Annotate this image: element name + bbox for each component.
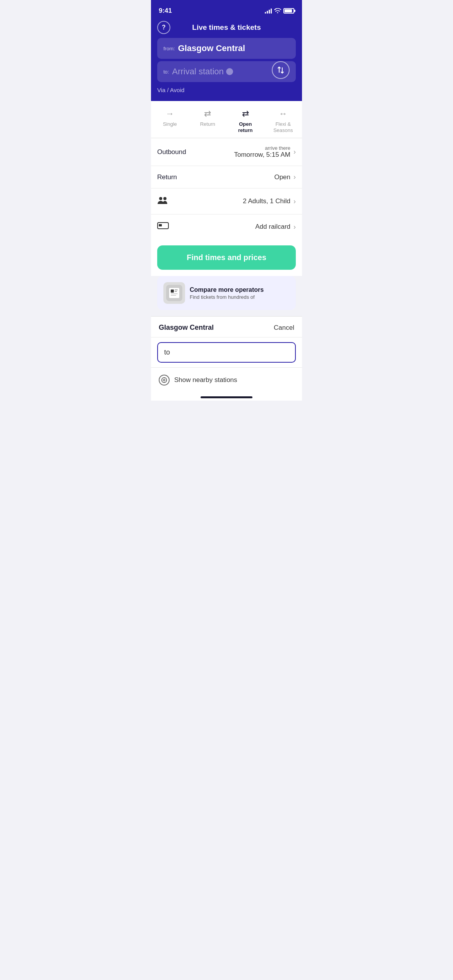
passengers-value: 2 Adults, 1 Child	[243, 197, 290, 205]
signal-icon	[265, 8, 272, 14]
return-value: Open	[274, 173, 290, 181]
railcard-chevron-icon: ›	[293, 223, 296, 231]
to-label: to:	[163, 69, 169, 75]
open-return-label: Open return	[231, 121, 260, 133]
svg-rect-7	[175, 290, 178, 290]
tab-open-return[interactable]: ⇄ Open return	[226, 107, 264, 135]
location-icon	[159, 375, 170, 385]
outbound-chevron-icon: ›	[293, 148, 296, 156]
from-station-row[interactable]: from: Glasgow Central	[157, 38, 296, 59]
svg-rect-8	[175, 291, 177, 292]
home-bar	[201, 396, 252, 398]
svg-rect-10	[171, 295, 176, 296]
from-value: Glasgow Central	[178, 43, 245, 53]
svg-rect-6	[171, 290, 174, 293]
nearby-label: Show nearby stations	[174, 376, 237, 384]
destination-search-input[interactable]	[157, 342, 296, 363]
status-time: 9:41	[159, 7, 172, 15]
status-bar: 9:41	[151, 0, 302, 19]
svg-point-0	[159, 197, 162, 200]
compare-operators-card[interactable]: Compare more operators Find tickets from…	[157, 276, 296, 310]
flexi-icon: ↔	[279, 109, 287, 119]
outbound-label: Outbound	[157, 148, 186, 156]
flexi-label: Flexi & Seasons	[269, 121, 298, 133]
railcard-value: Add railcard	[255, 223, 290, 231]
return-chevron-icon: ›	[293, 173, 296, 181]
wifi-icon	[274, 8, 281, 14]
find-times-button[interactable]: Find times and prices	[157, 245, 296, 270]
content-bg: Compare more operators Find tickets from…	[151, 276, 302, 310]
tab-return[interactable]: ⇄ Return	[189, 107, 227, 135]
return-label: Return	[157, 173, 177, 181]
compare-subtitle: Find tickets from hundreds of	[190, 294, 264, 300]
status-icons	[265, 8, 294, 14]
return-icon: ⇄	[204, 109, 211, 119]
app-header: ? Live times & tickets	[151, 19, 302, 38]
cursor-indicator	[226, 68, 233, 75]
station-rows-wrapper: from: Glasgow Central to: Arrival statio…	[157, 38, 296, 82]
find-button-wrapper: Find times and prices	[151, 239, 302, 276]
via-avoid-link[interactable]: Via / Avoid	[157, 84, 184, 95]
svg-rect-5	[169, 288, 179, 298]
open-return-icon: ⇄	[242, 109, 249, 119]
to-placeholder: Arrival station	[172, 67, 233, 77]
railcard-icon	[157, 221, 169, 232]
return-label: Return	[200, 121, 215, 127]
help-button[interactable]: ?	[157, 21, 170, 34]
options-section: Outbound arrive there Tomorrow, 5:15 AM …	[151, 138, 302, 239]
passengers-icon	[157, 195, 168, 207]
bottom-sheet-header: Glasgow Central Cancel	[151, 317, 302, 338]
search-input-wrapper	[151, 338, 302, 368]
outbound-date: Tomorrow, 5:15 AM	[234, 151, 290, 159]
from-label: from:	[163, 46, 175, 51]
passengers-chevron-icon: ›	[293, 197, 296, 206]
svg-point-12	[163, 379, 165, 381]
single-icon: →	[166, 109, 174, 119]
outbound-value-group: arrive there Tomorrow, 5:15 AM ›	[234, 145, 296, 159]
compare-icon	[163, 282, 185, 304]
cancel-button[interactable]: Cancel	[274, 324, 294, 332]
compare-text: Compare more operators Find tickets from…	[190, 286, 264, 300]
bottom-sheet: Glasgow Central Cancel Show nearby stati…	[151, 316, 302, 392]
passengers-value-group: 2 Adults, 1 Child ›	[243, 197, 296, 206]
compare-title: Compare more operators	[190, 286, 264, 293]
outbound-sub: arrive there	[234, 145, 290, 151]
return-value-group: Open ›	[274, 173, 296, 181]
railcard-value-group: Add railcard ›	[255, 223, 296, 231]
search-area: from: Glasgow Central to: Arrival statio…	[151, 38, 302, 101]
outbound-option[interactable]: Outbound arrive there Tomorrow, 5:15 AM …	[151, 138, 302, 166]
single-label: Single	[163, 121, 177, 127]
svg-rect-3	[159, 224, 162, 226]
passengers-option[interactable]: 2 Adults, 1 Child ›	[151, 188, 302, 214]
tab-flexi-seasons[interactable]: ↔ Flexi & Seasons	[264, 107, 302, 135]
bottom-sheet-title: Glasgow Central	[159, 324, 214, 332]
tab-single[interactable]: → Single	[151, 107, 189, 135]
home-indicator	[151, 392, 302, 401]
ticket-type-tabs: → Single ⇄ Return ⇄ Open return ↔ Flexi …	[151, 101, 302, 138]
svg-point-1	[163, 197, 166, 200]
page-title: Live times & tickets	[192, 23, 261, 32]
svg-rect-9	[171, 293, 178, 294]
battery-icon	[283, 8, 294, 14]
railcard-option[interactable]: Add railcard ›	[151, 214, 302, 239]
nearby-stations-row[interactable]: Show nearby stations	[151, 368, 302, 392]
swap-stations-button[interactable]	[272, 61, 290, 79]
return-option[interactable]: Return Open ›	[151, 166, 302, 188]
